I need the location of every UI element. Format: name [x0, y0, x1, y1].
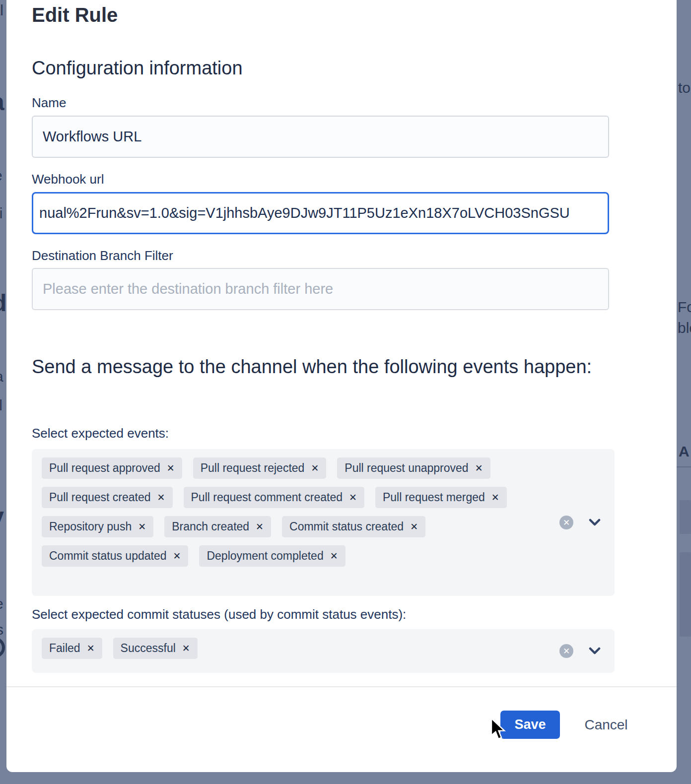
chevron-down-icon[interactable]: [589, 647, 601, 655]
event-tag-label: Pull request approved: [49, 461, 160, 475]
webhook-url-input[interactable]: [32, 192, 609, 234]
cancel-button[interactable]: Cancel: [576, 711, 636, 739]
destination-branch-filter-input[interactable]: [32, 268, 609, 310]
backdrop-block: [680, 552, 691, 637]
remove-tag-icon[interactable]: ✕: [330, 550, 338, 562]
remove-tag-icon[interactable]: ✕: [491, 492, 499, 503]
event-tag: Pull request comment created✕: [184, 487, 364, 508]
event-tag-label: Commit status created: [289, 520, 404, 533]
backdrop-text-fragment: s: [0, 621, 3, 638]
backdrop-text-fragment: a: [0, 368, 3, 385]
config-section-heading: Configuration information: [32, 58, 243, 79]
backdrop-text-fragment: For: [678, 299, 691, 316]
save-button[interactable]: Save: [500, 711, 560, 739]
webhook-url-label: Webhook url: [32, 172, 104, 187]
event-tag: Commit status updated✕: [42, 545, 188, 567]
remove-tag-icon[interactable]: ✕: [256, 521, 264, 532]
selected-events-tags: Pull request approved✕ Pull request reje…: [32, 449, 615, 575]
status-tag: Failed✕: [42, 638, 102, 659]
dialog-title: Edit Rule: [32, 4, 118, 26]
edit-rule-dialog: Edit Rule Configuration information Name…: [6, 0, 677, 772]
expected-commit-statuses-label: Select expected commit statuses (used by…: [32, 607, 406, 622]
backdrop-divider: [677, 466, 691, 467]
status-tag: Successful✕: [113, 638, 198, 659]
expected-events-label: Select expected events:: [32, 426, 169, 441]
remove-tag-icon[interactable]: ✕: [87, 643, 95, 654]
backdrop-text-fragment: to: [678, 79, 691, 96]
backdrop-text-fragment: a: [0, 88, 4, 116]
event-tag-label: Pull request created: [49, 491, 151, 504]
expected-events-select[interactable]: Pull request approved✕ Pull request reje…: [32, 449, 615, 596]
event-tag: Pull request rejected✕: [193, 457, 327, 479]
remove-tag-icon[interactable]: ✕: [311, 462, 319, 474]
selected-statuses-tags: Failed✕ Successful✕: [32, 629, 615, 667]
remove-tag-icon[interactable]: ✕: [173, 550, 181, 562]
backdrop-text-fragment: V: [0, 506, 4, 533]
event-tag-label: Pull request comment created: [191, 491, 343, 504]
remove-tag-icon[interactable]: ✕: [182, 643, 190, 654]
destination-branch-filter-label: Destination Branch Filter: [32, 248, 173, 263]
backdrop-right-strip: to For ble A: [677, 0, 691, 772]
event-tag: Pull request created✕: [42, 487, 173, 508]
event-tag-label: Deployment completed: [207, 549, 323, 563]
events-section-heading: Send a message to the channel when the f…: [32, 350, 595, 383]
event-tag-label: Pull request rejected: [201, 461, 305, 475]
backdrop-text-fragment: ble: [678, 320, 691, 336]
remove-tag-icon[interactable]: ✕: [475, 462, 483, 474]
partial-circle-icon: [0, 637, 5, 658]
footer-divider: [6, 686, 677, 687]
name-input[interactable]: [32, 116, 609, 158]
backdrop-block: [680, 500, 691, 534]
event-tag-label: Pull request unapproved: [345, 461, 468, 475]
backdrop-text-fragment: e: [0, 167, 2, 184]
remove-tag-icon[interactable]: ✕: [349, 492, 357, 503]
remove-tag-icon[interactable]: ✕: [157, 492, 165, 503]
remove-tag-icon[interactable]: ✕: [138, 521, 146, 532]
backdrop-text-fragment: e: [0, 595, 3, 612]
event-tag: Repository push✕: [42, 516, 153, 537]
name-label: Name: [32, 95, 66, 111]
status-tag-label: Failed: [49, 642, 80, 655]
event-tag-label: Commit status updated: [49, 549, 167, 563]
backdrop-text-fragment: ni: [0, 205, 2, 222]
event-tag-label: Branch created: [172, 520, 249, 533]
clear-all-events-icon[interactable]: ✕: [559, 516, 573, 529]
chevron-down-icon[interactable]: [589, 519, 601, 526]
event-tag: Pull request merged✕: [375, 487, 507, 508]
clear-all-statuses-icon[interactable]: ✕: [559, 644, 573, 658]
event-tag-label: Pull request merged: [383, 491, 485, 504]
event-tag-label: Repository push: [49, 520, 132, 533]
event-tag: Pull request approved✕: [42, 457, 182, 479]
remove-tag-icon[interactable]: ✕: [167, 462, 175, 474]
event-tag: Deployment completed✕: [199, 545, 345, 567]
remove-tag-icon[interactable]: ✕: [410, 521, 418, 532]
event-tag: Pull request unapproved✕: [337, 457, 490, 479]
backdrop-text-fragment: A: [679, 443, 690, 460]
backdrop-left-strip: tl a e ni d a Fl V e s: [0, 0, 6, 784]
backdrop-text-fragment: Fl: [0, 397, 2, 414]
backdrop-text-fragment: d: [0, 289, 6, 317]
status-tag-label: Successful: [121, 642, 176, 655]
expected-commit-statuses-select[interactable]: Failed✕ Successful✕ ✕: [32, 629, 615, 673]
backdrop-text-fragment: tl: [0, 2, 3, 19]
event-tag: Commit status created✕: [282, 516, 425, 537]
event-tag: Branch created✕: [164, 516, 271, 537]
